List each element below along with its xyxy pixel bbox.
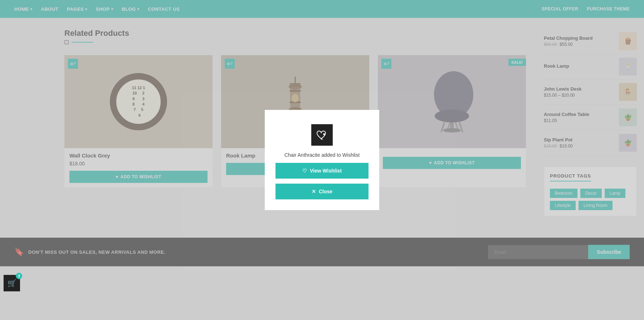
- close-modal-button[interactable]: ✕ Close: [275, 184, 369, 199]
- wishlist-added-icon: [311, 124, 333, 146]
- modal-overlay: Chair Anthracite added to Wishlist ♡ Vie…: [0, 0, 644, 320]
- heart-link-icon: [316, 129, 328, 141]
- modal-box: Chair Anthracite added to Wishlist ♡ Vie…: [265, 110, 379, 210]
- cart-icon: 🛒: [8, 279, 16, 287]
- cart-count: 3: [16, 273, 22, 279]
- modal-message: Chair Anthracite added to Wishlist: [284, 152, 360, 158]
- close-icon: ✕: [312, 189, 316, 194]
- heart-icon: ♡: [302, 168, 307, 174]
- view-wishlist-button[interactable]: ♡ View Wishlist: [275, 163, 369, 179]
- cart-badge[interactable]: 🛒 3: [4, 275, 20, 291]
